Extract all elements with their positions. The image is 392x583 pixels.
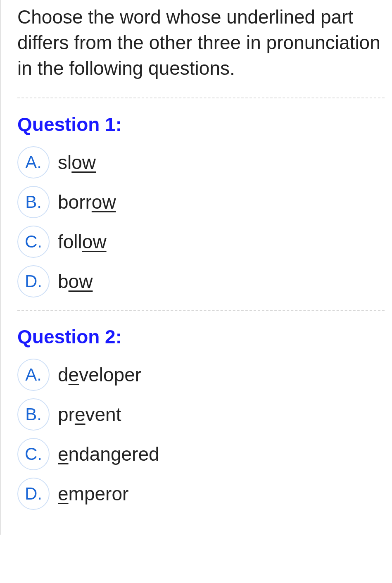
- option-row[interactable]: B. prevent: [17, 398, 385, 431]
- options-list: A. slow B. borrow C. follow D. bow: [17, 146, 385, 297]
- option-bubble-a[interactable]: A.: [17, 146, 50, 178]
- question-title: Question 1:: [17, 113, 385, 136]
- option-bubble-c[interactable]: C.: [17, 226, 50, 258]
- option-underlined: e: [75, 404, 86, 425]
- option-bubble-a[interactable]: A.: [17, 359, 50, 391]
- option-pre: pr: [58, 404, 75, 425]
- option-row[interactable]: B. borrow: [17, 186, 385, 218]
- option-bubble-d[interactable]: D.: [17, 478, 50, 510]
- option-text: follow: [58, 231, 107, 253]
- option-underlined: e: [58, 483, 69, 504]
- option-underlined: ow: [71, 152, 96, 173]
- option-pre: borr: [58, 191, 92, 213]
- question-block-1: Question 1: A. slow B. borrow C. follow …: [17, 98, 385, 310]
- option-pre: sl: [58, 152, 71, 173]
- option-text: prevent: [58, 403, 121, 426]
- option-row[interactable]: D. bow: [17, 265, 385, 297]
- option-post: mperor: [69, 483, 129, 504]
- option-underlined: ow: [82, 231, 107, 252]
- option-post: ndangered: [69, 443, 159, 465]
- option-bubble-c[interactable]: C.: [17, 438, 50, 470]
- option-post: vent: [86, 404, 121, 425]
- option-text: borrow: [58, 191, 116, 213]
- quiz-page: Choose the word whose underlined part di…: [0, 0, 392, 535]
- question-title: Question 2:: [17, 326, 385, 348]
- option-pre: foll: [58, 231, 82, 252]
- option-underlined: e: [58, 443, 69, 465]
- option-row[interactable]: D. emperor: [17, 478, 385, 510]
- option-row[interactable]: A. developer: [17, 359, 385, 391]
- option-text: developer: [58, 364, 141, 386]
- option-row[interactable]: A. slow: [17, 146, 385, 178]
- option-text: emperor: [58, 483, 128, 505]
- option-underlined: e: [69, 364, 79, 385]
- instructions-text: Choose the word whose underlined part di…: [17, 0, 385, 98]
- option-bubble-d[interactable]: D.: [17, 265, 50, 297]
- option-underlined: ow: [69, 271, 93, 292]
- option-text: endangered: [58, 443, 159, 465]
- option-row[interactable]: C. follow: [17, 226, 385, 258]
- question-block-2: Question 2: A. developer B. prevent C. e…: [17, 311, 385, 522]
- option-bubble-b[interactable]: B.: [17, 398, 50, 431]
- option-text: slow: [58, 151, 96, 174]
- option-bubble-b[interactable]: B.: [17, 186, 50, 218]
- option-pre: d: [58, 364, 69, 385]
- option-underlined: ow: [92, 191, 116, 213]
- option-post: veloper: [79, 364, 141, 385]
- option-pre: b: [58, 271, 69, 292]
- option-row[interactable]: C. endangered: [17, 438, 385, 470]
- option-text: bow: [58, 270, 93, 293]
- options-list: A. developer B. prevent C. endangered D.…: [17, 359, 385, 510]
